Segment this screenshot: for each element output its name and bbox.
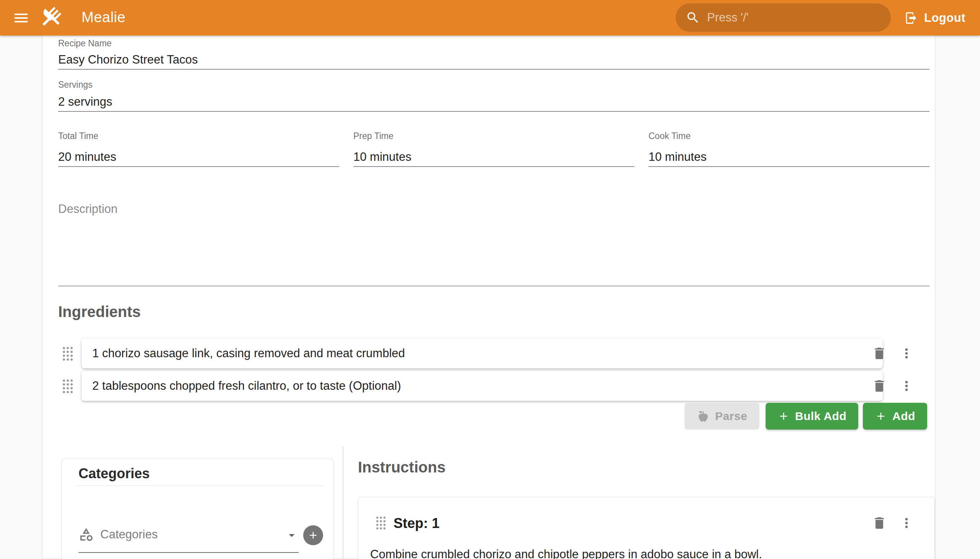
chevron-down-icon: [285, 528, 299, 542]
ingredients-heading: Ingredients: [58, 303, 141, 321]
kebab-menu-icon: [899, 346, 914, 361]
drag-handle-icon[interactable]: [375, 515, 387, 532]
delete-ingredient-button[interactable]: [872, 346, 887, 361]
trash-icon: [872, 346, 887, 361]
cook-time-label: Cook Time: [648, 131, 691, 141]
total-time-input[interactable]: [58, 150, 339, 164]
search-input[interactable]: [707, 11, 881, 25]
ingredient-input-card: [81, 371, 883, 401]
recipe-name-label: Recipe Name: [58, 38, 111, 49]
recipe-name-field: [58, 48, 929, 70]
drag-handle-icon[interactable]: [62, 378, 74, 396]
logout-icon: [904, 11, 918, 25]
prep-time-input[interactable]: [353, 150, 634, 164]
categories-select-underline: [78, 552, 299, 553]
ingredient-row: [0, 339, 980, 368]
step-title: Step: 1: [393, 515, 440, 531]
logout-label: Logout: [924, 11, 965, 25]
add-ingredient-button[interactable]: Add: [863, 403, 927, 430]
categories-divider: [76, 486, 323, 486]
kebab-menu-icon: [899, 515, 914, 531]
search-icon: [686, 10, 700, 25]
parse-button[interactable]: Parse: [684, 403, 760, 430]
cook-time-input[interactable]: [648, 150, 929, 164]
plus-icon: [875, 410, 887, 422]
ingredient-row: [0, 371, 980, 401]
kebab-menu-icon: [899, 378, 914, 394]
bulk-add-button[interactable]: Bulk Add: [766, 403, 858, 430]
drag-handle-icon[interactable]: [62, 346, 74, 363]
add-category-button[interactable]: [303, 525, 323, 545]
shapes-icon: [78, 527, 94, 542]
column-divider: [343, 447, 344, 559]
servings-input[interactable]: [58, 95, 929, 109]
add-label: Add: [892, 410, 915, 423]
plus-icon: [777, 410, 790, 422]
total-time-label: Total Time: [58, 131, 98, 141]
menu-icon: [12, 9, 30, 27]
ingredient-menu-button[interactable]: [899, 378, 914, 394]
app-title: Mealie: [81, 9, 126, 26]
description-textarea[interactable]: [58, 194, 929, 286]
ingredient-input[interactable]: [92, 371, 872, 401]
ingredient-menu-button[interactable]: [899, 346, 914, 361]
step-text[interactable]: Combine crumbled chorizo and chipotle pe…: [370, 547, 914, 559]
servings-label: Servings: [58, 79, 92, 90]
instructions-heading: Instructions: [358, 459, 446, 476]
prep-time-label: Prep Time: [353, 131, 393, 141]
trash-icon: [872, 378, 887, 394]
apple-icon: [697, 410, 710, 423]
delete-ingredient-button[interactable]: [872, 378, 887, 394]
delete-step-button[interactable]: [872, 515, 887, 531]
prep-time-field: [353, 141, 634, 167]
search-box[interactable]: [676, 3, 891, 32]
ingredient-input[interactable]: [92, 339, 872, 368]
cook-time-field: [648, 141, 929, 167]
total-time-field: [58, 141, 339, 167]
servings-field: [58, 89, 929, 112]
step-menu-button[interactable]: [899, 515, 914, 531]
mealie-logo-icon: [38, 5, 63, 30]
categories-select-label: Categories: [100, 528, 158, 541]
hamburger-menu-icon[interactable]: [12, 8, 31, 28]
description-field: [58, 194, 929, 286]
recipe-name-input[interactable]: [58, 53, 929, 67]
plus-icon: [307, 529, 319, 541]
categories-select[interactable]: Categories: [78, 524, 299, 547]
app-bar: Mealie Logout: [0, 0, 980, 36]
ingredient-input-card: [81, 339, 883, 368]
logout-button[interactable]: Logout: [901, 0, 968, 36]
bulk-add-label: Bulk Add: [795, 410, 847, 423]
parse-label: Parse: [715, 410, 747, 423]
categories-card-title: Categories: [78, 466, 150, 482]
trash-icon: [872, 515, 887, 531]
